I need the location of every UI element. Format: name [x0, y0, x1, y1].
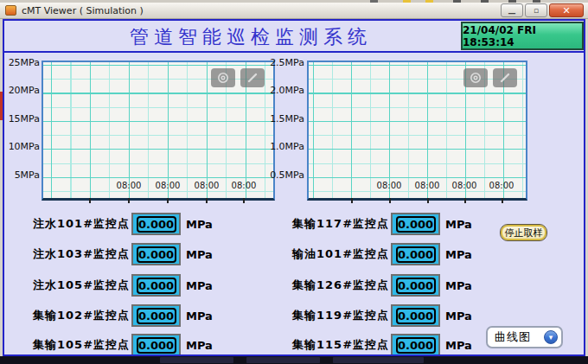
monitor-label: 输油101#监控点: [292, 246, 387, 262]
value-number: 0.000: [396, 337, 436, 354]
value-display: 0.000: [391, 304, 440, 327]
x-tick-label: 08:00: [412, 181, 442, 190]
cmt-viewer-window: cMT Viewer ( Simulation ) — ▫ ✕ 管道智能巡检监测…: [0, 0, 588, 364]
monitor-row-zhushui105: 注水105#监控点 0.000 MPa: [33, 274, 213, 297]
y-tick-label: 1.5MPa: [270, 113, 304, 125]
minimize-button[interactable]: —: [501, 3, 523, 17]
dropdown-selected-value: 曲线图: [495, 329, 531, 345]
x-tick-label: 08:00: [487, 181, 516, 190]
desktop-sliver: [0, 92, 3, 120]
gear-icon: [469, 71, 483, 85]
monitor-row-jishu102: 集输102#监控点 0.000 MPa: [33, 304, 213, 327]
value-display: 0.000: [131, 334, 181, 356]
header-divider: [4, 51, 584, 53]
unit-label: MPa: [445, 218, 472, 231]
y-tick-label: 10MPa: [5, 141, 40, 152]
tick-mark: [351, 198, 353, 203]
value-number: 0.000: [137, 246, 176, 263]
taskbar-sliver: [0, 356, 588, 364]
monitor-label: 集输119#监控点: [292, 308, 387, 323]
taskbar-item: [160, 357, 233, 363]
monitor-row-jishu117: 集输117#监控点 0.000 MPa: [292, 213, 472, 235]
x-tick-label: 08:00: [229, 181, 259, 190]
taskbar-item: [333, 357, 424, 363]
monitor-label: 集输117#监控点: [292, 216, 387, 232]
x-tick-label: 08:00: [192, 181, 221, 190]
unit-label: MPa: [445, 279, 472, 292]
datetime-display: 21/04/02 FRI 18:53:14: [461, 22, 584, 50]
y-tick-label: 15MPa: [5, 113, 40, 125]
value-display: 0.000: [131, 304, 181, 327]
monitor-row-jishu119: 集输119#监控点 0.000 MPa: [292, 304, 472, 327]
chart-settings-button[interactable]: [211, 68, 235, 87]
monitor-label: 集输105#监控点: [33, 337, 128, 353]
monitor-row-zhushui103: 注水103#监控点 0.000 MPa: [33, 243, 213, 265]
app-icon: [5, 5, 16, 16]
monitor-label: 集输102#监控点: [33, 308, 128, 323]
unit-label: MPa: [445, 310, 472, 322]
monitor-row-shuyou101: 输油101#监控点 0.000 MPa: [292, 243, 472, 265]
tick-mark: [464, 198, 466, 203]
tick-mark: [89, 198, 91, 203]
tick-mark: [243, 198, 245, 203]
monitor-row-jishu126: 集输126#监控点 0.000 MPa: [292, 274, 472, 297]
maximize-icon: ▫: [534, 7, 539, 15]
unit-label: MPa: [186, 279, 213, 292]
y-tick-label: 5MPa: [5, 169, 40, 181]
trend-chart-left: 08:00 08:00 08:00 08:00: [42, 61, 275, 201]
tick-mark: [389, 198, 391, 203]
y-tick-label: 0.5MPa: [270, 169, 304, 181]
monitor-row-jishu115: 集输115#监控点 0.000 MPa: [292, 334, 472, 356]
tick-mark: [427, 198, 429, 203]
chart-pen-button[interactable]: [240, 68, 265, 87]
value-number: 0.000: [137, 216, 176, 233]
page-title: 管道智能巡检监测系统: [112, 24, 389, 50]
unit-label: MPa: [445, 339, 472, 352]
unit-label: MPa: [186, 248, 213, 261]
view-select-dropdown[interactable]: 曲线图 ▾: [486, 326, 563, 348]
chevron-down-icon: ▾: [544, 330, 558, 344]
pen-icon: [246, 71, 259, 85]
tick-mark: [502, 198, 503, 203]
chart-pen-button[interactable]: [493, 68, 517, 87]
close-icon: ✕: [562, 6, 570, 16]
tick-mark: [128, 198, 130, 203]
taskbar-item: [246, 357, 320, 363]
trend-chart-right: 08:00 08:00 08:00 08:00: [307, 61, 527, 201]
monitor-label: 注水101#监控点: [33, 216, 128, 232]
value-number: 0.000: [396, 216, 436, 233]
y-tick-label: 2.5MPa: [270, 57, 304, 68]
value-number: 0.000: [396, 246, 436, 263]
value-display: 0.000: [391, 213, 440, 235]
value-number: 0.000: [137, 337, 176, 354]
x-tick-label: 08:00: [450, 181, 479, 190]
value-display: 0.000: [391, 243, 440, 265]
maximize-button[interactable]: ▫: [525, 3, 547, 17]
unit-label: MPa: [186, 310, 213, 322]
monitor-label: 注水105#监控点: [33, 278, 128, 293]
x-tick-label: 08:00: [153, 181, 182, 190]
pen-icon: [498, 71, 512, 85]
monitor-label: 集输126#监控点: [292, 278, 387, 293]
close-button[interactable]: ✕: [549, 3, 584, 17]
chart-settings-button[interactable]: [463, 68, 488, 87]
y-tick-label: 1.0MPa: [270, 141, 304, 152]
stop-sampling-button[interactable]: 停止取样: [500, 224, 547, 241]
gear-icon: [216, 71, 230, 85]
y-tick-label: 2.0MPa: [270, 85, 304, 96]
x-tick-label: 08:00: [374, 181, 404, 190]
value-number: 0.000: [137, 278, 176, 294]
value-number: 0.000: [396, 278, 436, 294]
monitor-label: 集输115#监控点: [292, 337, 387, 353]
window-titlebar[interactable]: cMT Viewer ( Simulation ) — ▫ ✕: [0, 3, 588, 19]
value-display: 0.000: [131, 243, 181, 265]
tick-mark: [206, 198, 208, 203]
unit-label: MPa: [445, 248, 472, 261]
value-number: 0.000: [396, 308, 436, 324]
value-display: 0.000: [391, 334, 440, 356]
tick-mark: [167, 198, 169, 203]
value-display: 0.000: [131, 274, 181, 297]
monitor-label: 注水103#监控点: [33, 246, 128, 262]
unit-label: MPa: [186, 339, 213, 352]
window-controls: — ▫ ✕: [499, 3, 584, 17]
